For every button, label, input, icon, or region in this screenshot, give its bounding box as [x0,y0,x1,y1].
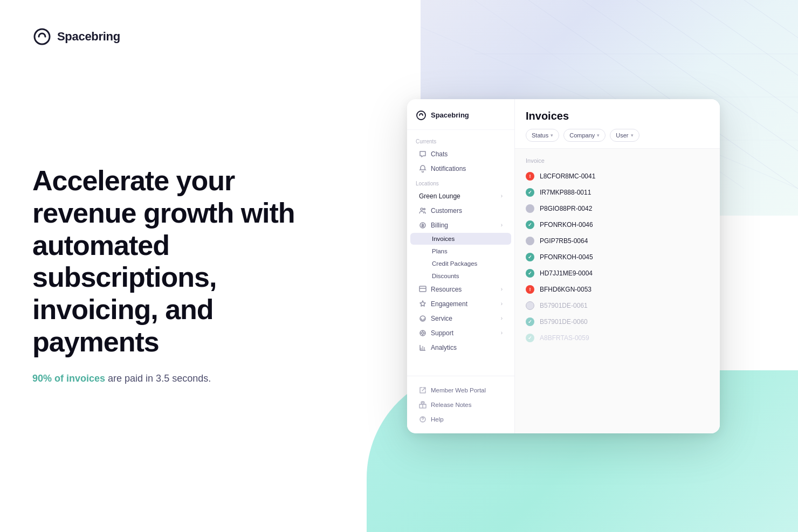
app-window: Spacebring Currents Chats [407,99,720,433]
company-filter-btn[interactable]: Company ▾ [563,129,606,142]
sidebar-footer: Member Web Portal Release Notes [407,376,514,433]
sidebar-item-support[interactable]: Support › [410,326,511,340]
sidebar-logo-icon [416,110,426,121]
bell-icon [419,165,426,172]
table-row[interactable]: ✓ A8BFRTAS-0059 [515,330,720,346]
service-chevron: › [501,315,503,321]
green-lounge-chevron: › [501,193,503,199]
table-row[interactable]: ✓ PFONRKOH-0045 [515,249,720,265]
status-dot-success: ✓ [526,188,534,197]
table-row[interactable]: ! L8CFOR8MC-0041 [515,168,720,184]
sidebar-item-engagement[interactable]: Engagement › [410,297,511,311]
invoice-list: Invoice ! L8CFOR8MC-0041 ✓ IR7MKP888-001… [515,149,720,433]
hero-subtitle-suffix: are paid in 3.5 seconds. [105,373,211,384]
table-row[interactable]: B57901DE-0061 [515,298,720,314]
invoice-column-header: Invoice [515,155,720,168]
sidebar-header: Spacebring [407,99,514,130]
invoice-id: P8GIO88PR-0042 [540,205,592,212]
engagement-icon [419,300,426,308]
service-icon [419,315,426,322]
status-dot-success: ✓ [526,253,534,261]
sidebar-item-analytics[interactable]: Analytics [410,341,511,355]
table-row[interactable]: ✓ PFONRKOH-0046 [515,217,720,233]
sidebar-item-release-notes[interactable]: Release Notes [410,398,511,412]
table-row[interactable]: ! BFHD6KGN-0053 [515,281,720,298]
sidebar-item-notifications[interactable]: Notifications [410,162,511,176]
discounts-label: Discounts [432,273,459,279]
sidebar-item-billing[interactable]: Billing › [410,218,511,232]
invoice-id: B57901DE-0060 [540,318,588,326]
table-row[interactable]: ✓ B57901DE-0060 [515,314,720,330]
invoice-id: PFONRKOH-0045 [540,253,593,261]
notifications-label: Notifications [431,165,466,172]
sidebar-item-member-web-portal[interactable]: Member Web Portal [410,383,511,397]
table-row[interactable]: P8GIO88PR-0042 [515,201,720,217]
external-link-icon [419,386,426,394]
invoice-id: B57901DE-0061 [540,302,588,309]
locations-section-label: Locations [407,176,514,189]
table-row[interactable]: PGIP7RB5-0064 [515,233,720,249]
table-row[interactable]: ✓ HD7JJ1ME9-0004 [515,265,720,281]
credit-packages-label: Credit Packages [432,260,477,267]
content-header: Invoices Status ▾ Company ▾ User ▾ [515,99,720,149]
right-section: Spacebring Currents Chats [361,0,798,532]
invoice-id: HD7JJ1ME9-0004 [540,270,593,277]
invoices-panel: Invoices Status ▾ Company ▾ User ▾ [515,99,720,433]
resources-label: Resources [431,286,462,293]
sidebar-item-credit-packages[interactable]: Credit Packages [410,258,511,270]
sidebar-item-help[interactable]: Help [410,412,511,426]
svg-point-28 [422,332,424,334]
billing-icon [419,222,426,229]
main-container: Spacebring Accelerate your revenue growt… [0,0,798,532]
support-label: Support [431,329,453,337]
status-filter-label: Status [532,132,548,139]
left-section: Spacebring Accelerate your revenue growt… [0,0,361,532]
company-filter-chevron: ▾ [597,133,600,138]
sidebar-item-discounts[interactable]: Discounts [410,270,511,282]
status-dot-success: ✓ [526,220,534,229]
svg-point-11 [424,208,425,210]
status-dot-pending [526,301,534,310]
analytics-icon [419,344,426,351]
billing-chevron: › [501,222,503,228]
currents-section-label: Currents [407,134,514,147]
invoices-label: Invoices [432,236,455,242]
sidebar-item-plans[interactable]: Plans [410,245,511,257]
hero-highlight: 90% of invoices [32,373,105,384]
table-row[interactable]: ✓ IR7MKP888-0011 [515,184,720,201]
sidebar-item-service[interactable]: Service › [410,312,511,326]
invoice-id: L8CFOR8MC-0041 [540,172,595,180]
engagement-label: Engagement [431,300,467,308]
status-filter-btn[interactable]: Status ▾ [526,129,559,142]
spacebring-logo-icon [32,27,52,46]
help-label: Help [431,416,444,423]
resources-icon [419,286,426,293]
svg-rect-24 [419,286,426,292]
hero-section: Accelerate your revenue growth with auto… [32,165,329,386]
green-lounge-label: Green Lounge [419,192,460,200]
svg-point-10 [421,208,423,210]
sidebar-item-customers[interactable]: Customers [410,204,511,218]
status-dot-gray [526,237,534,245]
sidebar-item-green-lounge[interactable]: Green Lounge › [410,189,511,203]
invoice-id: IR7MKP888-0011 [540,189,591,196]
hero-subtitle: 90% of invoices are paid in 3.5 seconds. [32,371,329,386]
sidebar-item-chats[interactable]: Chats [410,147,511,161]
users-icon [419,207,426,215]
user-filter-chevron: ▾ [631,133,634,138]
invoice-id: PGIP7RB5-0064 [540,237,588,245]
svg-rect-36 [422,346,423,350]
release-notes-label: Release Notes [431,402,471,408]
user-filter-btn[interactable]: User ▾ [610,129,639,142]
help-icon [419,416,426,423]
sidebar-item-resources[interactable]: Resources › [410,282,511,296]
support-icon [419,329,426,337]
service-label: Service [431,315,452,322]
sidebar-item-invoices[interactable]: Invoices [410,233,511,245]
status-dot-gray [526,204,534,213]
customers-label: Customers [431,207,462,215]
status-dot-very-dim: ✓ [526,334,534,342]
invoice-id: BFHD6KGN-0053 [540,286,591,293]
status-dot-success: ✓ [526,269,534,278]
sidebar-logo-text: Spacebring [431,111,469,119]
